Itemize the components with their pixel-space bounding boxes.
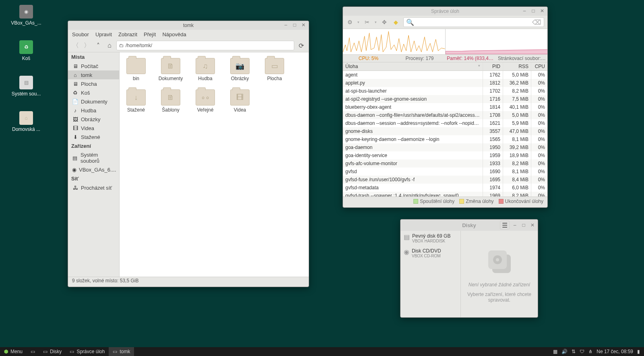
- table-row[interactable]: applet.py181236,2 MiB0%: [343, 79, 547, 87]
- table-row[interactable]: goa-daemon195039,2 MiB0%: [343, 143, 547, 151]
- cell-rss: 5,0 MiB: [503, 111, 531, 119]
- maximize-button[interactable]: □: [530, 8, 536, 14]
- address-bar[interactable]: 🗀 /home/tomk/: [116, 41, 294, 50]
- sidebar-item[interactable]: 🖥Plocha: [68, 79, 119, 88]
- maximize-button[interactable]: □: [292, 22, 297, 28]
- cell-cpu: 0%: [531, 127, 547, 135]
- col-cpu[interactable]: CPU: [531, 62, 547, 70]
- fm-titlebar[interactable]: tomk – □ ✕: [68, 21, 309, 30]
- sidebar-item[interactable]: ♻Koš: [68, 88, 119, 97]
- table-row[interactable]: gvfsd16908,1 MiB0%: [343, 168, 547, 176]
- folder-item[interactable]: ▭Plocha: [262, 58, 287, 81]
- folder-item[interactable]: 📷Obrázky: [227, 58, 252, 81]
- disk-list-item[interactable]: ▤Pevný disk 69 GBVBOX HARDDISK: [400, 231, 460, 246]
- tray-icon[interactable]: ▦: [553, 349, 557, 354]
- taskbar-task[interactable]: ▭Disky: [39, 347, 66, 356]
- sidebar-item[interactable]: 🖼Obrázky: [68, 115, 119, 124]
- folder-item[interactable]: ↓Stažené: [124, 89, 149, 113]
- dk-headerbar[interactable]: Disky ☰ – □ ✕: [400, 219, 538, 231]
- menu-help[interactable]: Nápověda: [162, 31, 186, 37]
- disk-list-item[interactable]: ◉Disk CD/DVDVBOX CD-ROM: [400, 246, 460, 261]
- table-row[interactable]: gnome-keyring-daemon --daemonize --login…: [343, 135, 547, 143]
- sidebar-item[interactable]: ◉VBox_GAs_6....: [68, 165, 119, 174]
- table-row[interactable]: gvfsd-fuse /run/user/1000/gvfs -f16958,4…: [343, 176, 547, 184]
- minimize-button[interactable]: –: [522, 8, 527, 14]
- menu-edit[interactable]: Upravit: [95, 31, 112, 37]
- tm-legend: Spouštění úlohy Změna úlohy Ukončování ú…: [343, 197, 547, 206]
- sidebar-item[interactable]: ▤Systém souborů: [68, 151, 119, 165]
- folder-item[interactable]: 🗎Šablony: [158, 89, 183, 113]
- reload-button[interactable]: ⟳: [297, 41, 305, 50]
- folder-item[interactable]: 🗎Dokumenty: [158, 58, 183, 81]
- up-button[interactable]: ˄: [94, 41, 103, 50]
- clear-icon[interactable]: ⌫: [532, 19, 541, 26]
- star-icon[interactable]: ◆: [392, 19, 399, 26]
- table-row[interactable]: at-spi2-registryd --use-gnome-session171…: [343, 95, 547, 103]
- show-desktop-button[interactable]: ▭: [27, 347, 39, 356]
- taskbar-task[interactable]: ▭Správce úloh: [66, 347, 109, 356]
- cut-icon[interactable]: ✂: [363, 19, 371, 26]
- taskbar-task-label: tomk: [120, 349, 130, 354]
- cell-task: blueberry-obex-agent: [343, 103, 483, 111]
- menu-file[interactable]: Soubor: [72, 31, 89, 37]
- cell-rss: 39,2 MiB: [503, 143, 531, 151]
- desktop-icon-vbox[interactable]: ◉ VBox_GAs_...: [8, 5, 44, 26]
- volume-icon[interactable]: 🔊: [561, 349, 568, 354]
- table-row[interactable]: goa-identity-service195918,9 MiB0%: [343, 151, 547, 159]
- dropdown-icon[interactable]: ▾: [375, 20, 377, 24]
- table-row[interactable]: gnome-disks355747,0 MiB0%: [343, 127, 547, 135]
- table-row[interactable]: dbus-daemon --config-file=/usr/share/def…: [343, 111, 547, 119]
- table-row[interactable]: gvfsd-trash --spawner :1.4 /org/gtk/gvfs…: [343, 192, 547, 197]
- connection-icon[interactable]: ⋔: [588, 349, 592, 354]
- cell-pid: 1690: [483, 168, 503, 176]
- taskbar-task[interactable]: ▭tomk: [109, 347, 134, 356]
- desktop-icon-home[interactable]: ⌂ Domovská ...: [8, 111, 44, 132]
- cell-rss: 40,1 MiB: [503, 103, 531, 111]
- user-icon[interactable]: ▮: [637, 349, 640, 354]
- menu-button[interactable]: ⬢ Menu: [0, 347, 27, 356]
- minimize-button[interactable]: –: [283, 22, 289, 28]
- table-row[interactable]: dbus-daemon --session --address=systemd:…: [343, 119, 547, 127]
- sidebar-item[interactable]: ⬇Stažené: [68, 132, 119, 141]
- close-button[interactable]: ✕: [301, 22, 306, 28]
- close-button[interactable]: ✕: [539, 8, 545, 14]
- col-task[interactable]: Úloha ▾: [343, 62, 483, 70]
- table-row[interactable]: gvfs-afc-volume-monitor19338,2 MiB0%: [343, 159, 547, 168]
- col-pid[interactable]: PID: [483, 62, 503, 70]
- table-row[interactable]: at-spi-bus-launcher17028,2 MiB0%: [343, 87, 547, 95]
- col-rss[interactable]: RSS: [503, 62, 531, 70]
- folder-item[interactable]: ∘∘Veřejné: [193, 89, 218, 113]
- sidebar-item[interactable]: 🎞Videa: [68, 124, 119, 132]
- folder-item[interactable]: 🎞Videa: [227, 89, 252, 113]
- settings-icon[interactable]: ⚙: [346, 19, 353, 26]
- tm-search[interactable]: 🔍 ⌫: [403, 17, 544, 27]
- sidebar-item[interactable]: 📄Dokumenty: [68, 97, 119, 106]
- cell-rss: 8,2 MiB: [503, 159, 531, 168]
- tm-titlebar[interactable]: Správce úloh – □ ✕: [343, 7, 547, 16]
- menu-view[interactable]: Zobrazit: [118, 31, 137, 37]
- home-button[interactable]: ⌂: [105, 41, 114, 50]
- fm-content[interactable]: bin🗎Dokumenty♫Hudba📷Obrázky▭Plocha↓Staže…: [120, 52, 309, 277]
- menu-go[interactable]: Přejít: [144, 31, 156, 37]
- forward-button[interactable]: 〉: [83, 41, 91, 50]
- table-row[interactable]: blueberry-obex-agent181440,1 MiB0%: [343, 103, 547, 111]
- table-row[interactable]: gvfsd-metadata19746,0 MiB0%: [343, 184, 547, 192]
- folder-item[interactable]: ♫Hudba: [193, 58, 218, 81]
- desktop-icon-filesystem[interactable]: ▤ Systém sou...: [8, 76, 44, 97]
- back-button[interactable]: 〈: [71, 41, 80, 50]
- table-row[interactable]: agent17625,0 MiB0%: [343, 71, 547, 79]
- move-icon[interactable]: ✥: [381, 19, 388, 26]
- sidebar-item[interactable]: ♪Hudba: [68, 106, 119, 115]
- dropdown-icon[interactable]: ▾: [357, 20, 359, 24]
- sidebar-item[interactable]: 🖧Procházet síť: [68, 183, 119, 192]
- folder-icon: ▭: [265, 58, 284, 74]
- clock[interactable]: Ne 17 čec, 08:59: [597, 349, 633, 354]
- sidebar-item[interactable]: 🖥Počítač: [68, 62, 119, 70]
- shield-icon[interactable]: 🛡: [580, 349, 584, 354]
- network-icon[interactable]: ⇅: [572, 349, 576, 354]
- folder-item[interactable]: bin: [124, 58, 149, 81]
- search-input[interactable]: [416, 19, 532, 25]
- desktop-icon-trash[interactable]: ♻ Koš: [8, 40, 44, 61]
- sidebar-item[interactable]: ⌂tomk: [68, 70, 119, 79]
- cell-task: gnome-disks: [343, 127, 483, 135]
